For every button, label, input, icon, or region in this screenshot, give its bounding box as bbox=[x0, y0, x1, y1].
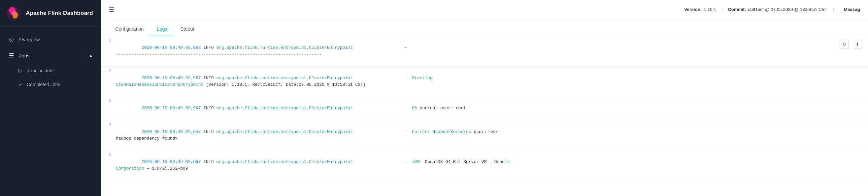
topbar-version-info: Version: 1.10.1 | Commit: c5915cf @ 07.0… bbox=[684, 7, 860, 12]
sidebar-item-jobs[interactable]: ☰ Jobs ▲ bbox=[0, 47, 101, 64]
log-row-3: 3 2020-06-19 08:49:02,967 INFO org.apach… bbox=[101, 97, 868, 120]
log-actions: ↻ ⬇ bbox=[840, 40, 862, 49]
sidebar-nav: ◎ Overview ☰ Jobs ▲ ▷ Running Jobs ✓ Com… bbox=[0, 27, 101, 196]
topbar: ☰ Version: 1.10.1 | Commit: c5915cf @ 07… bbox=[101, 0, 868, 19]
sidebar: Apache Flink Dashboard ◎ Overview ☰ Jobs… bbox=[0, 0, 101, 196]
log-row-2: 2 2020-06-19 08:49:02,967 INFO org.apach… bbox=[101, 67, 868, 97]
menu-icon[interactable]: ☰ bbox=[108, 6, 115, 13]
messages-label[interactable]: Messag bbox=[844, 7, 860, 12]
download-button[interactable]: ⬇ bbox=[853, 40, 862, 49]
jobs-chevron-icon: ▲ bbox=[89, 54, 93, 58]
log-area: ↻ ⬇ 1 2020-06-19 08:49:02,963 INFO org.a… bbox=[101, 36, 868, 196]
log-content-4: 2020-06-19 08:49:02,967 INFO org.apache.… bbox=[116, 122, 868, 149]
log-line-num-2: 2 bbox=[101, 68, 116, 73]
content-area: Configuration Logs Stdout ↻ ⬇ 1 2020-06-… bbox=[101, 19, 868, 196]
sidebar-header: Apache Flink Dashboard bbox=[0, 0, 101, 27]
tab-logs[interactable]: Logs bbox=[150, 22, 174, 36]
version-label: Version: bbox=[684, 7, 702, 12]
running-jobs-icon: ▷ bbox=[19, 68, 23, 73]
log-line-num-5: 5 bbox=[101, 152, 116, 157]
flink-logo bbox=[7, 6, 21, 21]
tab-stdout[interactable]: Stdout bbox=[174, 22, 201, 36]
log-row-4: 4 2020-06-19 08:49:02,967 INFO org.apach… bbox=[101, 121, 868, 151]
log-row-1: 1 2020-06-19 08:49:02,963 INFO org.apach… bbox=[101, 36, 868, 67]
sidebar-title: Apache Flink Dashboard bbox=[26, 10, 93, 17]
log-line-num-4: 4 bbox=[101, 122, 116, 127]
log-row-5: 5 2020-06-19 08:49:02,967 INFO org.apach… bbox=[101, 151, 868, 181]
tab-configuration[interactable]: Configuration bbox=[108, 22, 150, 36]
overview-icon: ◎ bbox=[8, 36, 14, 43]
sidebar-item-overview[interactable]: ◎ Overview bbox=[0, 31, 101, 47]
main-content: ☰ Version: 1.10.1 | Commit: c5915cf @ 07… bbox=[101, 0, 868, 196]
sidebar-item-running-jobs-label: Running Jobs bbox=[26, 68, 55, 73]
commit-value: c5915cf @ 07.05.2020 @ 13:58:51 CST bbox=[748, 7, 828, 12]
commit-label: Commit: bbox=[728, 7, 746, 12]
sidebar-item-completed-jobs-label: Completed Jobs bbox=[27, 82, 60, 87]
log-content-2: 2020-06-19 08:49:02,967 INFO org.apache.… bbox=[116, 68, 868, 95]
refresh-button[interactable]: ↻ bbox=[840, 40, 849, 49]
log-content-3: 2020-06-19 08:49:02,967 INFO org.apache.… bbox=[116, 98, 868, 118]
log-line-num-1: 1 bbox=[101, 38, 116, 43]
jobs-icon: ☰ bbox=[8, 52, 14, 59]
sidebar-item-completed-jobs[interactable]: ✓ Completed Jobs bbox=[0, 77, 101, 91]
svg-point-3 bbox=[12, 10, 16, 16]
tabs-bar: Configuration Logs Stdout bbox=[101, 19, 868, 36]
log-line-num-3: 3 bbox=[101, 98, 116, 103]
version-value: 1.10.1 bbox=[704, 7, 716, 12]
log-content-5: 2020-06-19 08:49:02,967 INFO org.apache.… bbox=[116, 152, 868, 179]
sidebar-item-jobs-label: Jobs bbox=[19, 53, 30, 58]
log-content-1: 2020-06-19 08:49:02,963 INFO org.apache.… bbox=[116, 38, 868, 65]
sidebar-item-running-jobs[interactable]: ▷ Running Jobs bbox=[0, 64, 101, 77]
completed-jobs-icon: ✓ bbox=[19, 81, 23, 88]
sidebar-item-overview-label: Overview bbox=[19, 37, 40, 42]
